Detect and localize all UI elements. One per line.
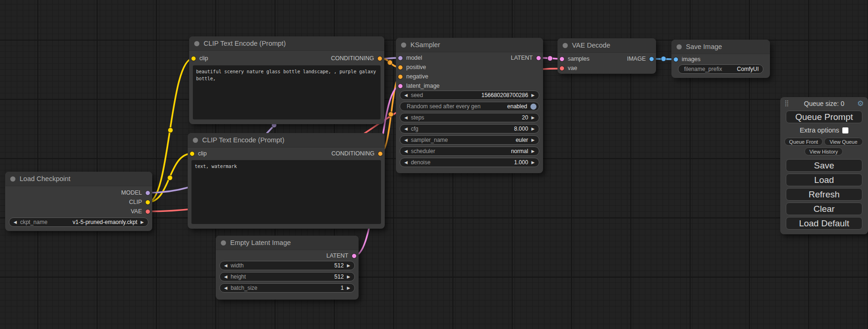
node-empty-latent-image[interactable]: Empty Latent Image LATENT ◀ width 512 ▶ … <box>216 236 359 300</box>
latent-slot-icon[interactable] <box>559 56 565 62</box>
node-title-bar[interactable]: Empty Latent Image <box>216 236 359 250</box>
widget-width[interactable]: ◀ width 512 ▶ <box>219 261 355 270</box>
clip-slot-icon[interactable] <box>190 151 195 156</box>
node-load-checkpoint[interactable]: Load Checkpoint MODEL CLIP VAE ◀ ckpt_na… <box>5 172 152 231</box>
clear-button[interactable]: Clear <box>786 203 862 215</box>
queue-panel[interactable]: ⣿ Queue size: 0 ⚙ Queue Prompt Extra opt… <box>780 97 868 234</box>
image-slot-icon[interactable] <box>649 56 654 62</box>
increment-icon[interactable]: ▶ <box>347 286 350 290</box>
widget-sampler-name[interactable]: ◀ sampler_name euler ▶ <box>400 135 539 145</box>
vae-slot-icon[interactable] <box>145 209 150 214</box>
widget-cfg[interactable]: ◀ cfg 8.000 ▶ <box>400 124 539 133</box>
latent-slot-icon[interactable] <box>398 84 403 89</box>
conditioning-slot-icon[interactable] <box>398 74 403 79</box>
collapse-dot-icon[interactable] <box>221 240 226 245</box>
decrement-icon[interactable]: ◀ <box>404 149 408 154</box>
collapse-dot-icon[interactable] <box>194 41 199 46</box>
decrement-icon[interactable]: ◀ <box>224 275 227 279</box>
image-slot-icon[interactable] <box>673 57 678 62</box>
node-ksampler[interactable]: KSampler model LATENT positive negative <box>396 38 543 173</box>
prompt-textarea[interactable]: text, watermark <box>191 160 381 224</box>
save-button[interactable]: Save <box>786 159 862 172</box>
increment-icon[interactable]: ▶ <box>531 138 535 142</box>
latent-slot-icon[interactable] <box>536 56 541 61</box>
node-graph-canvas[interactable]: Load Checkpoint MODEL CLIP VAE ◀ ckpt_na… <box>0 0 868 329</box>
node-save-image[interactable]: Save Image images filename_prefix ComfyU… <box>671 40 770 78</box>
node-title-bar[interactable]: KSampler <box>396 38 543 52</box>
decrement-icon[interactable]: ◀ <box>404 161 408 165</box>
conditioning-slot-icon[interactable] <box>398 65 403 70</box>
decrement-icon[interactable]: ◀ <box>404 116 408 120</box>
collapse-dot-icon[interactable] <box>563 43 568 48</box>
node-vae-decode[interactable]: VAE Decode samples IMAGE vae <box>557 38 656 74</box>
input-samples[interactable]: samples <box>559 56 590 62</box>
conditioning-slot-icon[interactable] <box>377 56 382 61</box>
input-clip[interactable]: clip <box>190 150 207 157</box>
settings-gear-icon[interactable]: ⚙ <box>857 99 864 108</box>
view-queue-button[interactable]: View Queue <box>824 138 863 146</box>
increment-icon[interactable]: ▶ <box>531 127 535 131</box>
widget-denoise[interactable]: ◀ denoise 1.000 ▶ <box>400 158 539 167</box>
widget-seed[interactable]: ◀ seed 156680208700286 ▶ <box>400 91 539 100</box>
collapse-dot-icon[interactable] <box>10 176 15 182</box>
output-image[interactable]: IMAGE <box>627 56 654 62</box>
output-model[interactable]: MODEL <box>5 188 152 197</box>
load-button[interactable]: Load <box>786 174 862 186</box>
widget-height[interactable]: ◀ height 512 ▶ <box>219 272 355 281</box>
prompt-textarea[interactable]: beautiful scenery nature glass bottle la… <box>193 65 381 119</box>
input-clip[interactable]: clip <box>191 55 208 62</box>
increment-icon[interactable]: ▶ <box>531 93 535 98</box>
view-history-button[interactable]: View History <box>804 147 843 155</box>
node-title-bar[interactable]: Save Image <box>671 40 770 54</box>
input-negative[interactable]: negative <box>396 72 543 81</box>
widget-ckpt-name[interactable]: ◀ ckpt_name v1-5-pruned-emaonly.ckpt ▶ <box>9 217 148 227</box>
decrement-icon[interactable]: ◀ <box>404 93 408 98</box>
widget-filename-prefix[interactable]: filename_prefix ComfyUI <box>678 64 763 74</box>
node-title-bar[interactable]: CLIP Text Encode (Prompt) <box>189 36 384 51</box>
node-title-bar[interactable]: CLIP Text Encode (Prompt) <box>188 133 385 147</box>
increment-icon[interactable]: ▶ <box>141 220 144 224</box>
input-vae[interactable]: vae <box>557 63 656 73</box>
node-clip-text-encode-negative[interactable]: CLIP Text Encode (Prompt) clip CONDITION… <box>188 133 385 229</box>
output-conditioning[interactable]: CONDITIONING <box>332 150 383 157</box>
increment-icon[interactable]: ▶ <box>347 275 350 279</box>
widget-random-seed-toggle[interactable]: Random seed after every gen enabled <box>400 102 539 111</box>
increment-icon[interactable]: ▶ <box>531 116 535 120</box>
node-title-bar[interactable]: VAE Decode <box>557 38 656 53</box>
input-positive[interactable]: positive <box>396 63 543 72</box>
vae-slot-icon[interactable] <box>559 66 565 71</box>
decrement-icon[interactable]: ◀ <box>14 220 17 224</box>
decrement-icon[interactable]: ◀ <box>404 138 408 142</box>
output-conditioning[interactable]: CONDITIONING <box>331 55 382 62</box>
decrement-icon[interactable]: ◀ <box>224 286 227 290</box>
input-latent-image[interactable]: latent_image <box>396 81 543 91</box>
collapse-dot-icon[interactable] <box>677 44 682 49</box>
queue-front-button[interactable]: Queue Front <box>784 138 823 146</box>
widget-scheduler[interactable]: ◀ scheduler normal ▶ <box>400 147 539 156</box>
node-clip-text-encode-positive[interactable]: CLIP Text Encode (Prompt) clip CONDITION… <box>189 36 384 124</box>
model-slot-icon[interactable] <box>145 190 150 196</box>
increment-icon[interactable]: ▶ <box>531 161 535 165</box>
input-model[interactable]: model <box>398 55 422 61</box>
output-latent[interactable]: LATENT <box>216 251 359 260</box>
conditioning-slot-icon[interactable] <box>378 151 383 156</box>
widget-batch-size[interactable]: ◀ batch_size 1 ▶ <box>219 283 355 293</box>
increment-icon[interactable]: ▶ <box>347 264 350 268</box>
model-slot-icon[interactable] <box>398 56 403 61</box>
output-clip[interactable]: CLIP <box>5 197 152 207</box>
decrement-icon[interactable]: ◀ <box>224 264 227 268</box>
node-title-bar[interactable]: Load Checkpoint <box>5 172 152 186</box>
collapse-dot-icon[interactable] <box>193 138 198 143</box>
collapse-dot-icon[interactable] <box>401 42 406 48</box>
widget-steps[interactable]: ◀ steps 20 ▶ <box>400 113 539 122</box>
extra-options-checkbox[interactable] <box>842 127 848 133</box>
queue-prompt-button[interactable]: Queue Prompt <box>786 111 862 123</box>
latent-slot-icon[interactable] <box>352 253 357 259</box>
output-vae[interactable]: VAE <box>5 207 152 216</box>
clip-slot-icon[interactable] <box>191 56 196 61</box>
input-images[interactable]: images <box>671 55 770 64</box>
refresh-button[interactable]: Refresh <box>786 188 862 201</box>
load-default-button[interactable]: Load Default <box>786 217 862 230</box>
clip-slot-icon[interactable] <box>145 200 150 205</box>
increment-icon[interactable]: ▶ <box>531 149 535 154</box>
